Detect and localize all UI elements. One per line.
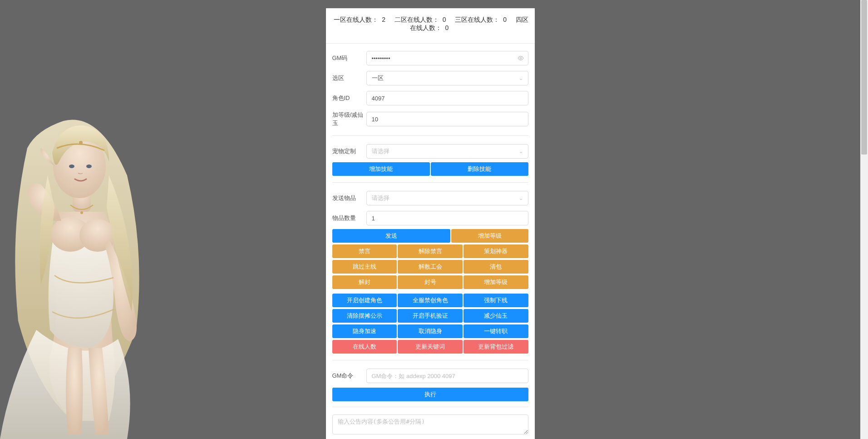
svg-point-8	[520, 57, 522, 59]
open-phone-button[interactable]: 开启手机验证	[398, 309, 463, 323]
add-skill-button[interactable]: 增加技能	[332, 162, 430, 176]
disband-guild-button[interactable]: 解散工会	[398, 260, 463, 274]
zone3-label: 三区在线人数：	[455, 16, 499, 23]
gm-cmd-label: GM命令	[332, 372, 366, 380]
divider	[332, 182, 528, 183]
role-id-input[interactable]	[366, 91, 528, 105]
open-create-button[interactable]: 开启创建角色	[332, 294, 397, 307]
unban-button[interactable]: 解封	[332, 275, 397, 289]
send-button[interactable]: 发送	[332, 229, 451, 243]
divider	[332, 360, 528, 360]
divider	[332, 135, 528, 136]
online-counts-header: 一区在线人数：2 二区在线人数：0 三区在线人数：0 四区在线人数：0	[326, 9, 535, 40]
chevron-down-icon: ⌄	[519, 195, 523, 201]
plan-weapon-button[interactable]: 策划神器	[464, 244, 528, 258]
zone1-label: 一区在线人数：	[334, 16, 378, 23]
gm-cmd-input[interactable]	[366, 369, 528, 383]
reduce-xianyu-button[interactable]: 减少仙玉	[464, 309, 528, 323]
update-bag-filter-button[interactable]: 更新背包过滤	[464, 340, 528, 354]
execute-button[interactable]: 执行	[332, 388, 528, 401]
add-level-button[interactable]: 增加等级	[451, 229, 528, 243]
admin-panel: 一区在线人数：2 二区在线人数：0 三区在线人数：0 四区在线人数：0 GM码 …	[326, 8, 535, 439]
zone4-count: 0	[445, 24, 449, 31]
delete-skill-button[interactable]: 删除技能	[431, 162, 528, 176]
server-forbid-button[interactable]: 全服禁创角色	[398, 294, 463, 307]
gm-code-label: GM码	[332, 54, 366, 62]
pet-select-placeholder: 请选择	[372, 147, 390, 155]
mute-button[interactable]: 禁言	[332, 244, 397, 258]
role-id-label: 角色ID	[332, 94, 366, 102]
zone3-count: 0	[503, 16, 507, 23]
one-key-transfer-button[interactable]: 一键转职	[464, 324, 528, 338]
item-qty-label: 物品数量	[332, 214, 366, 222]
zone1-count: 2	[382, 16, 385, 23]
pet-select[interactable]: 请选择 ⌄	[366, 144, 528, 159]
divider	[332, 407, 528, 407]
chevron-down-icon: ⌄	[519, 75, 523, 81]
ban-button[interactable]: 封号	[398, 275, 463, 289]
send-item-label: 发送物品	[332, 194, 366, 202]
online-count-button[interactable]: 在线人数	[332, 340, 397, 354]
scrollbar[interactable]	[860, 0, 868, 439]
eye-icon[interactable]	[518, 55, 524, 61]
zone-label: 选区	[332, 74, 366, 82]
update-keyword-button[interactable]: 更新关键词	[398, 340, 463, 354]
zone-select-value: 一区	[372, 74, 384, 82]
add-level2-button[interactable]: 增加等级	[464, 275, 528, 289]
chevron-down-icon: ⌄	[519, 149, 523, 155]
scrollbar-thumb[interactable]	[861, 0, 867, 155]
send-item-select[interactable]: 请选择 ⌄	[366, 191, 528, 205]
stealth-speed-button[interactable]: 隐身加速	[332, 324, 397, 338]
unmute-button[interactable]: 解除禁言	[398, 244, 463, 258]
send-item-placeholder: 请选择	[372, 194, 390, 202]
zone-select[interactable]: 一区 ⌄	[366, 71, 528, 85]
cancel-stealth-button[interactable]: 取消隐身	[398, 324, 463, 338]
clear-vote-button[interactable]: 清除摆摊公示	[332, 309, 397, 323]
level-input[interactable]	[366, 112, 528, 126]
zone2-count: 0	[443, 16, 446, 23]
zone2-label: 二区在线人数：	[395, 16, 439, 23]
level-label: 加等级/减仙玉	[332, 111, 366, 127]
clear-bag-button[interactable]: 清包	[464, 260, 528, 274]
pet-label: 宠物定制	[332, 147, 366, 155]
item-qty-input[interactable]	[366, 211, 528, 225]
announce-content-input[interactable]	[332, 414, 528, 434]
gm-code-input[interactable]	[366, 51, 528, 65]
skip-main-button[interactable]: 跳过主线	[332, 260, 397, 274]
force-offline-button[interactable]: 强制下线	[464, 294, 528, 307]
